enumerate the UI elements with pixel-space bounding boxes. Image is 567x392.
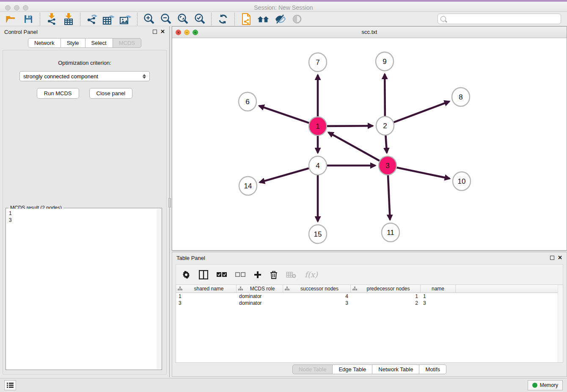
column-header-shared-name[interactable]: shared name — [176, 285, 237, 293]
zoom-in-icon[interactable] — [143, 13, 155, 25]
search-icon — [440, 16, 446, 22]
select-all-rows-icon[interactable] — [217, 272, 227, 278]
column-header-MCDS-role[interactable]: MCDS role — [237, 285, 283, 293]
memory-status-icon — [532, 383, 537, 388]
panel-divider-handle[interactable] — [168, 198, 171, 207]
export-image-icon[interactable] — [119, 13, 132, 25]
close-panel-button[interactable]: Close panel — [89, 88, 133, 99]
float-table-panel-icon[interactable] — [550, 256, 554, 260]
column-header-successor-nodes[interactable]: successor nodes — [283, 285, 351, 293]
node-2[interactable]: 2 — [376, 116, 394, 135]
edge-1-2[interactable] — [327, 126, 373, 126]
table-settings-icon[interactable] — [182, 271, 190, 279]
cell-shared-name[interactable]: 3 — [176, 300, 237, 306]
tab-mcds[interactable]: MCDS — [113, 38, 141, 48]
dropdown-stepper-icon — [143, 74, 146, 79]
edge-3-1[interactable] — [328, 133, 380, 161]
tab-edge-table[interactable]: Edge Table — [333, 364, 372, 374]
zoom-out-icon[interactable] — [160, 13, 172, 25]
tab-select[interactable]: Select — [85, 38, 113, 48]
cell-name[interactable]: 3 — [421, 300, 456, 306]
tab-node-table[interactable]: Node Table — [292, 364, 333, 374]
cell-predecessor-nodes[interactable]: 1 — [351, 293, 421, 299]
control-panel-tabs: NetworkStyleSelectMCDS — [28, 38, 141, 48]
hide-selected-icon[interactable] — [274, 13, 286, 25]
zoom-fit-icon[interactable] — [176, 13, 189, 25]
svg-text:9: 9 — [383, 58, 386, 66]
export-network-icon[interactable] — [85, 13, 98, 25]
import-network-icon[interactable] — [45, 13, 58, 25]
edge-3-10[interactable] — [397, 168, 450, 179]
zoom-selected-icon[interactable] — [193, 13, 206, 25]
run-mcds-button[interactable]: Run MCDS — [37, 88, 79, 99]
node-6[interactable]: 6 — [239, 92, 256, 111]
table-scrollbar[interactable] — [558, 285, 563, 362]
node-1[interactable]: 1 — [309, 117, 327, 135]
column-hierarchy-icon — [352, 287, 357, 291]
save-session-icon[interactable] — [22, 13, 35, 25]
svg-text:2: 2 — [383, 122, 387, 130]
tab-style[interactable]: Style — [61, 38, 85, 48]
network-canvas[interactable]: 7968124314101511 — [172, 38, 567, 250]
delete-column-icon[interactable] — [270, 271, 278, 279]
export-table-icon[interactable] — [102, 13, 115, 25]
node-10[interactable]: 10 — [453, 172, 471, 190]
column-label: successor nodes — [290, 286, 349, 292]
open-file-icon[interactable] — [5, 13, 18, 25]
node-14[interactable]: 14 — [239, 177, 257, 195]
node-8[interactable]: 8 — [452, 88, 470, 106]
import-table-icon[interactable] — [62, 13, 75, 25]
memory-button[interactable]: Memory — [528, 380, 563, 390]
tab-network[interactable]: Network — [28, 38, 61, 48]
table-row[interactable]: 1dominator411 — [176, 293, 563, 300]
task-history-button[interactable] — [4, 380, 16, 390]
edge-4-14[interactable] — [260, 168, 309, 182]
node-15[interactable]: 15 — [309, 225, 327, 243]
table-row[interactable]: 3dominator323 — [176, 300, 563, 306]
node-table[interactable]: shared nameMCDS rolesuccessor nodesprede… — [176, 284, 563, 363]
node-11[interactable]: 11 — [382, 223, 399, 242]
cell-MCDS-role[interactable]: dominator — [237, 300, 283, 306]
node-4[interactable]: 4 — [309, 156, 327, 175]
svg-text:4: 4 — [316, 162, 319, 170]
edge-3-11[interactable] — [388, 175, 390, 220]
cell-successor-nodes[interactable]: 4 — [283, 293, 351, 299]
clone-network-icon[interactable] — [240, 13, 253, 25]
criterion-dropdown[interactable]: strongly connected component — [19, 71, 150, 81]
node-3[interactable]: 3 — [379, 156, 396, 175]
refresh-view-icon[interactable] — [217, 13, 229, 25]
tab-motifs[interactable]: Motifs — [419, 364, 446, 374]
cell-predecessor-nodes[interactable]: 2 — [351, 300, 421, 306]
network-window-titlebar[interactable]: ✕ − + scc.txt — [172, 27, 567, 38]
mcds-result-box: MCDS result (2 nodes) 1 3 — [6, 208, 162, 370]
deselect-all-rows-icon[interactable] — [235, 272, 245, 278]
close-table-panel-icon[interactable]: ✕ — [558, 256, 562, 260]
column-header-name[interactable]: name — [421, 285, 456, 293]
function-builder-icon: f(x) — [305, 270, 318, 279]
cell-name[interactable]: 1 — [421, 293, 456, 299]
node-9[interactable]: 9 — [376, 52, 394, 71]
mcds-result-text[interactable]: 1 3 — [6, 209, 161, 369]
edge-2-8[interactable] — [394, 102, 449, 122]
edge-1-6[interactable] — [259, 106, 309, 123]
edge-2-3[interactable] — [385, 135, 387, 153]
edge-2-9[interactable] — [385, 74, 385, 116]
show-hidden-icon[interactable] — [291, 13, 303, 25]
column-header-predecessor-nodes[interactable]: predecessor nodes — [351, 285, 421, 293]
result-scrollbar[interactable] — [157, 209, 161, 369]
cell-MCDS-role[interactable]: dominator — [237, 293, 283, 299]
split-panel-icon[interactable] — [199, 270, 208, 279]
float-panel-icon[interactable] — [153, 30, 157, 34]
show-all-nodes-icon[interactable] — [257, 13, 270, 25]
svg-text:8: 8 — [459, 93, 462, 101]
cell-shared-name[interactable]: 1 — [176, 293, 237, 299]
svg-text:15: 15 — [314, 230, 322, 238]
tab-network-table[interactable]: Network Table — [372, 364, 419, 374]
network-window-title: scc.txt — [172, 29, 567, 35]
add-column-icon[interactable] — [254, 271, 261, 279]
close-panel-icon[interactable]: ✕ — [160, 30, 165, 34]
search-box[interactable] — [438, 14, 561, 24]
search-input[interactable] — [448, 16, 558, 22]
node-7[interactable]: 7 — [309, 53, 327, 72]
cell-successor-nodes[interactable]: 3 — [283, 300, 351, 306]
